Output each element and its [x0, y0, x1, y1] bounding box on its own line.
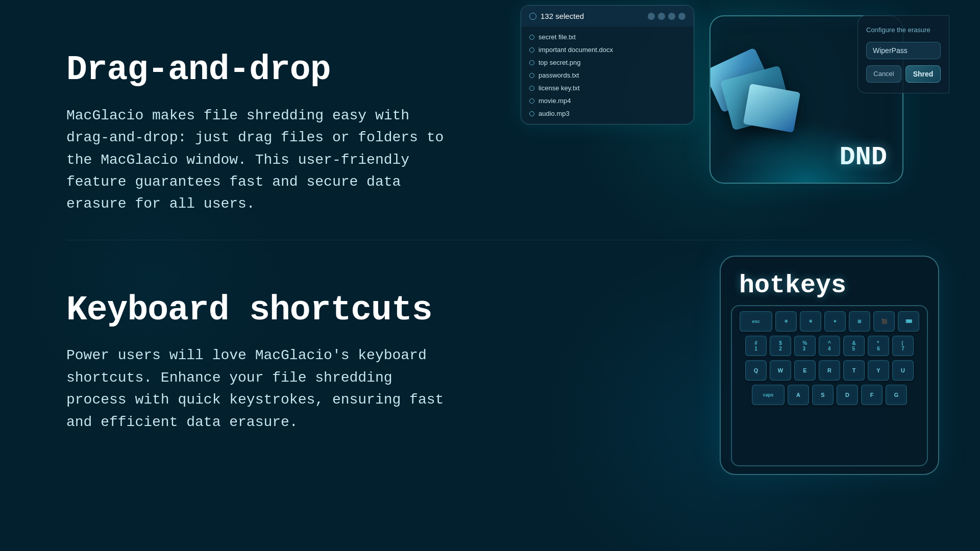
list-item: top secret.png	[521, 56, 694, 69]
key-7: (7	[892, 336, 914, 356]
list-item: secret file.txt	[521, 31, 694, 43]
win-dot-4	[678, 13, 685, 20]
configure-side-panel: Configure the erasure WiperPass Cancel S…	[857, 15, 949, 93]
cancel-button[interactable]: Cancel	[866, 65, 901, 83]
key-row-3: Q W E R T Y U	[742, 360, 917, 381]
key-a: A	[788, 385, 809, 405]
file-dot	[529, 47, 534, 53]
key-g: G	[886, 385, 907, 405]
key-6: *6	[868, 336, 889, 356]
key-f6: ⌨	[898, 311, 919, 332]
file-list: secret file.txt important document.docx …	[521, 27, 694, 124]
key-f3: ✦	[824, 311, 846, 332]
key-y: Y	[868, 360, 889, 381]
hotkeys-title: hotkeys	[721, 257, 938, 305]
hotkeys-card: hotkeys esc ☀ ☀ ✦ ⊞ ⬛ ⌨ #1 $2 %3 ^4	[720, 256, 939, 475]
win-dot-2	[658, 13, 665, 20]
key-row-1: esc ☀ ☀ ✦ ⊞ ⬛ ⌨	[742, 311, 917, 332]
key-5: &5	[843, 336, 865, 356]
key-e: E	[794, 360, 816, 381]
shortcuts-title: Keyboard shortcuts	[66, 291, 485, 330]
wipe-pass-field[interactable]: WiperPass	[866, 42, 941, 59]
key-f: F	[861, 385, 883, 405]
bottom-left-content: Keyboard shortcuts Power users will love…	[66, 271, 485, 433]
file-dot	[529, 111, 534, 116]
win-dot-3	[668, 13, 675, 20]
key-s: S	[812, 385, 834, 405]
dnd-icon-area	[709, 32, 828, 164]
key-q: Q	[745, 360, 767, 381]
key-w: W	[770, 360, 791, 381]
key-row-4: caps A S D F G	[742, 385, 917, 405]
win-dot-1	[648, 13, 655, 20]
key-u: U	[892, 360, 914, 381]
list-item: movie.mp4	[521, 94, 694, 107]
top-left-content: Drag-and-drop MacGlacio makes file shred…	[66, 31, 485, 215]
key-3: %3	[794, 336, 816, 356]
file-window-header: 132 selected	[521, 6, 694, 27]
file-dot	[529, 98, 534, 104]
key-f1: ☀	[775, 311, 797, 332]
dnd-title: Drag-and-drop	[66, 51, 485, 89]
shortcuts-description: Power users will love MacGlacio's keyboa…	[66, 344, 454, 433]
list-item: license key.txt	[521, 82, 694, 94]
folder-icon-3	[743, 84, 800, 133]
bottom-section: Keyboard shortcuts Power users will love…	[0, 240, 980, 551]
file-count: 132 selected	[529, 12, 584, 20]
key-4: ^4	[819, 336, 840, 356]
dnd-description: MacGlacio makes file shredding easy with…	[66, 105, 454, 215]
key-esc: esc	[740, 311, 772, 332]
shred-button[interactable]: Shred	[905, 65, 941, 83]
list-item: audio.mp3	[521, 107, 694, 120]
list-item: important document.docx	[521, 43, 694, 56]
window-dots	[648, 13, 685, 20]
key-r: R	[819, 360, 840, 381]
top-section: Drag-and-drop MacGlacio makes file shred…	[0, 0, 980, 240]
key-f5: ⬛	[873, 311, 895, 332]
circle-icon	[529, 13, 536, 20]
key-1: #1	[745, 336, 767, 356]
key-d: D	[837, 385, 858, 405]
list-item: passwords.txt	[521, 69, 694, 82]
configure-text: Configure the erasure	[866, 26, 941, 34]
keyboard-area: esc ☀ ☀ ✦ ⊞ ⬛ ⌨ #1 $2 %3 ^4 &5 *6 (7	[731, 305, 928, 466]
key-t: T	[843, 360, 865, 381]
file-dot	[529, 73, 534, 78]
key-f2: ☀	[800, 311, 821, 332]
action-buttons: Cancel Shred	[866, 65, 941, 83]
file-dot	[529, 86, 534, 91]
file-dot	[529, 35, 534, 40]
file-dot	[529, 60, 534, 65]
key-2: $2	[770, 336, 791, 356]
key-row-2: #1 $2 %3 ^4 &5 *6 (7	[742, 336, 917, 356]
page: Drag-and-drop MacGlacio makes file shred…	[0, 0, 980, 551]
key-f4: ⊞	[849, 311, 870, 332]
key-caps: caps	[752, 385, 785, 405]
file-list-window: 132 selected secret file.txt important d…	[521, 5, 694, 124]
